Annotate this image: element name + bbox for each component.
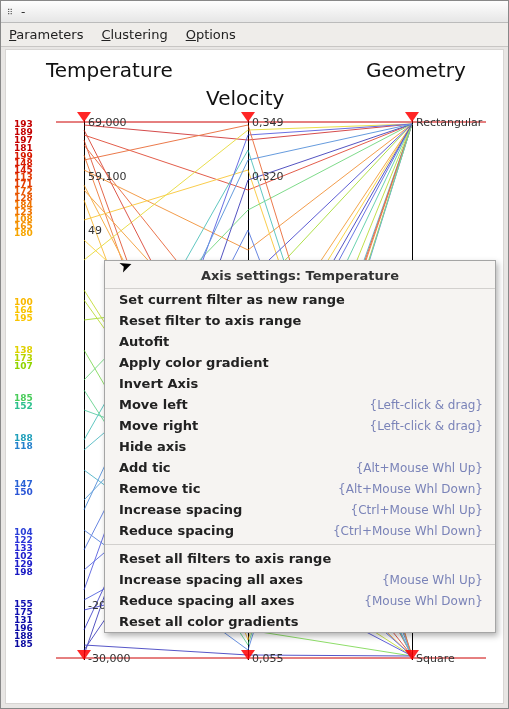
context-menu-item-label: Hide axis (119, 439, 186, 454)
context-menu-item-hint: {Ctrl+Mouse Whl Down} (333, 524, 483, 538)
window-title: - (21, 5, 25, 19)
tick-temp: 69,000 (88, 116, 127, 129)
row-id: 185 (14, 640, 33, 648)
context-menu-item-hint: {Alt+Mouse Whl Down} (338, 482, 483, 496)
context-menu-item[interactable]: Reduce spacing all axes{Mouse Whl Down} (105, 590, 495, 611)
context-menu-item-label: Add tic (119, 460, 171, 475)
row-id: 107 (14, 362, 33, 370)
context-menu-item-label: Reset all color gradients (119, 614, 299, 629)
context-menu-item[interactable]: Reduce spacing{Ctrl+Mouse Whl Down} (105, 520, 495, 541)
context-menu-item-label: Move right (119, 418, 198, 433)
svg-line-18 (84, 130, 248, 260)
context-menu-item[interactable]: Set current filter as new range (105, 289, 495, 310)
context-menu-item[interactable]: Hide axis (105, 436, 495, 457)
context-menu-item-label: Reset filter to axis range (119, 313, 301, 328)
context-menu-title: Axis settings: Temperature (105, 261, 495, 289)
tick-vel: 0,055 (252, 652, 284, 665)
context-menu-item-hint: {Ctrl+Mouse Whl Up} (351, 503, 483, 517)
plot-canvas[interactable]: Temperature Velocity Geometry (5, 49, 504, 704)
context-menu-axis: Axis settings: Temperature Set current f… (104, 260, 496, 633)
tick-geo: Rectangular (416, 116, 482, 129)
context-menu-item-hint: {Alt+Mouse Whl Up} (356, 461, 483, 475)
context-menu-item[interactable]: Apply color gradient (105, 352, 495, 373)
row-id: 152 (14, 402, 33, 410)
menu-options[interactable]: Options (186, 27, 236, 42)
context-menu-item-label: Reduce spacing all axes (119, 593, 294, 608)
svg-line-56 (84, 125, 248, 160)
context-menu-item-hint: {Mouse Whl Down} (364, 594, 483, 608)
context-menu-item[interactable]: Move right{Left-click & drag} (105, 415, 495, 436)
menu-parameters[interactable]: Parameters (9, 27, 83, 42)
row-id: 195 (14, 314, 33, 322)
context-menu-item-hint: {Left-click & drag} (370, 419, 484, 433)
context-menu-item[interactable]: Invert Axis (105, 373, 495, 394)
row-id: 150 (14, 488, 33, 496)
row-id: 198 (14, 568, 33, 576)
context-menu-item-label: Reset all filters to axis range (119, 551, 331, 566)
tick-geo: Square (416, 652, 455, 665)
context-menu-item-label: Reduce spacing (119, 523, 234, 538)
context-menu-item[interactable]: Reset filter to axis range (105, 310, 495, 331)
context-menu-item[interactable]: Remove tic{Alt+Mouse Whl Down} (105, 478, 495, 499)
context-menu-item[interactable]: Autofit (105, 331, 495, 352)
tick-temp: 49 (88, 224, 102, 237)
context-menu-item[interactable]: Add tic{Alt+Mouse Whl Up} (105, 457, 495, 478)
row-id: 180 (14, 229, 33, 237)
tick-temp: 59,100 (88, 170, 127, 183)
tick-vel: 0,349 (252, 116, 284, 129)
context-menu-item[interactable]: Increase spacing{Ctrl+Mouse Whl Up} (105, 499, 495, 520)
svg-line-9 (248, 124, 412, 250)
menu-clustering[interactable]: Clustering (101, 27, 167, 42)
parallel-coords-plot[interactable]: Temperature Velocity Geometry (6, 50, 503, 703)
tick-vel: 0,320 (252, 170, 284, 183)
row-id: 118 (14, 442, 33, 450)
context-menu-item-label: Set current filter as new range (119, 292, 345, 307)
context-menu-item[interactable]: Move left{Left-click & drag} (105, 394, 495, 415)
context-menu-item-label: Increase spacing (119, 502, 242, 517)
context-menu-item[interactable]: Reset all color gradients (105, 611, 495, 632)
context-menu-item[interactable]: Reset all filters to axis range (105, 548, 495, 569)
titlebar[interactable]: ⠿ - (1, 1, 508, 23)
tick-temp: -30,000 (88, 652, 130, 665)
context-menu-item-hint: {Mouse Whl Up} (382, 573, 483, 587)
context-menu-item-label: Move left (119, 397, 188, 412)
context-menu-item-label: Invert Axis (119, 376, 198, 391)
grip-icon: ⠿ (7, 8, 15, 16)
context-menu-item-label: Remove tic (119, 481, 201, 496)
context-menu-item-label: Autofit (119, 334, 169, 349)
context-menu-item[interactable]: Increase spacing all axes{Mouse Whl Up} (105, 569, 495, 590)
context-menu-item-hint: {Left-click & drag} (370, 398, 484, 412)
context-menu-item-label: Apply color gradient (119, 355, 269, 370)
menubar: Parameters Clustering Options (1, 23, 508, 47)
context-menu-separator (105, 544, 495, 545)
app-window: ⠿ - Parameters Clustering Options Temper… (0, 0, 509, 709)
context-menu-item-label: Increase spacing all axes (119, 572, 303, 587)
